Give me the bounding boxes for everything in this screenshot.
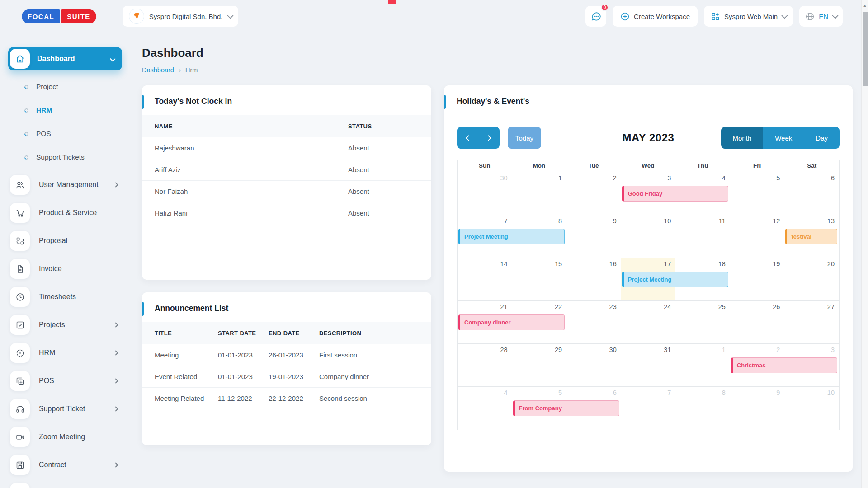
calendar-day-cell[interactable]: 26 — [730, 301, 785, 343]
calendar-day-cell[interactable]: 5 — [730, 172, 785, 215]
sidebar-subitem-hrm[interactable]: HRM — [8, 99, 122, 122]
calendar-day-cell[interactable]: 8 — [675, 387, 730, 430]
calendar-prev-button[interactable] — [457, 127, 478, 149]
calendar-day-cell[interactable]: 19 — [730, 258, 785, 300]
chat-round-icon — [10, 483, 30, 488]
sidebar-item-support-ticket[interactable]: Support Ticket — [8, 395, 122, 423]
announcement-card-header: Announcement List — [142, 292, 431, 322]
chevron-right-icon — [486, 135, 491, 141]
calendar-day-headers: SunMonTueWedThuFriSat — [458, 160, 839, 172]
calendar-today-button[interactable]: Today — [508, 127, 541, 149]
sidebar-item-label: Projects — [39, 321, 65, 329]
calendar-week-row: 28293031123Christmas — [458, 344, 839, 387]
calendar-event[interactable]: Christmas — [731, 357, 837, 373]
users-icon — [10, 175, 30, 195]
calendar-day-cell[interactable]: 16 — [566, 258, 621, 300]
workspace-selector[interactable]: Syspro Digital Sdn. Bhd. — [123, 6, 239, 27]
table-row: Nor FaizahAbsent — [142, 181, 431, 202]
calendar-day-cell[interactable]: 25 — [675, 301, 730, 343]
page-scrollbar[interactable]: ▲ — [861, 0, 868, 488]
day-number: 28 — [500, 346, 507, 353]
sidebar-item-projects[interactable]: Projects — [8, 311, 122, 339]
day-number: 9 — [613, 217, 617, 225]
day-number: 16 — [609, 260, 617, 267]
chevron-down-icon — [110, 56, 116, 62]
chat-button[interactable]: 0 — [585, 6, 606, 27]
calendar-day-cell[interactable]: 11 — [675, 215, 730, 258]
language-selector[interactable]: EN — [799, 6, 843, 27]
calendar-event[interactable]: Company dinner — [458, 314, 565, 330]
sidebar-subitem-pos[interactable]: POS — [8, 122, 122, 145]
calendar-day-cell[interactable]: 30 — [458, 172, 512, 215]
calendar-next-button[interactable] — [478, 127, 500, 149]
calendar-day-cell[interactable]: 10 — [784, 387, 839, 430]
day-number: 25 — [718, 303, 726, 310]
sidebar-item-proposal[interactable]: Proposal — [8, 227, 122, 255]
calendar-day-cell[interactable]: 4 — [458, 387, 512, 430]
calendar-day-cell[interactable]: 31 — [621, 344, 676, 386]
calendar-day-cell[interactable]: 28 — [458, 344, 512, 386]
breadcrumb: Dashboard › Hrm — [142, 66, 853, 74]
day-number: 5 — [558, 389, 562, 396]
calendar-day-cell[interactable]: 23 — [566, 301, 621, 343]
calendar-day-cell[interactable]: 2 — [566, 172, 621, 215]
view-button-week[interactable]: Week — [763, 127, 804, 149]
table-cell: Meeting Related — [142, 388, 214, 409]
calendar-event[interactable]: festival — [785, 229, 837, 244]
day-number: 21 — [500, 303, 507, 310]
sidebar-item-messenger[interactable]: Messenger — [8, 479, 122, 488]
page-title: Dashboard — [142, 46, 853, 60]
sidebar-item-timesheets[interactable]: Timesheets — [8, 283, 122, 311]
calendar-day-cell[interactable]: 9 — [730, 387, 785, 430]
sidebar-item-product-service[interactable]: Product & Service — [8, 199, 122, 227]
scrollbar-thumb[interactable] — [863, 12, 868, 86]
calendar-day-cell[interactable]: 15 — [512, 258, 567, 300]
calendar-view-group: MonthWeekDay — [721, 127, 840, 149]
app-dropdown-label: Syspro Web Main — [724, 13, 778, 20]
calendar-day-cell[interactable]: 1 — [675, 344, 730, 386]
sidebar-subitem-support-tickets[interactable]: Support Tickets — [8, 145, 122, 169]
sidebar-item-zoom-meeting[interactable]: Zoom Meeting — [8, 423, 122, 451]
calendar-day-cell[interactable]: 20 — [784, 258, 839, 300]
language-label: EN — [819, 13, 828, 20]
calendar-event[interactable]: Project Meeting — [622, 272, 728, 287]
calendar-day-cell[interactable]: 30 — [566, 344, 621, 386]
sidebar-item-pos[interactable]: POS — [8, 367, 122, 395]
calendar-day-cell[interactable]: 6 — [784, 172, 839, 215]
grid-plus-icon — [711, 12, 720, 21]
sidebar-item-contract[interactable]: Contract — [8, 451, 122, 479]
table-cell: Hafizi Rani — [142, 202, 344, 224]
breadcrumb-dashboard-link[interactable]: Dashboard — [142, 66, 174, 74]
floppy-icon — [10, 455, 30, 475]
view-button-day[interactable]: Day — [804, 127, 840, 149]
view-button-month[interactable]: Month — [721, 127, 764, 149]
announcement-card: Announcement List TITLESTART DATEEND DAT… — [142, 292, 431, 445]
calendar-event[interactable]: Project Meeting — [458, 229, 565, 244]
scrollbar-up-arrow-icon[interactable]: ▲ — [862, 0, 868, 8]
create-workspace-button[interactable]: Create Workspace — [613, 6, 698, 27]
calendar-day-cell[interactable]: 14 — [458, 258, 512, 300]
day-number: 31 — [664, 346, 671, 353]
calendar-week-row: 45678910From Company — [458, 387, 839, 430]
calendar-day-cell[interactable]: 29 — [512, 344, 567, 386]
calendar-day-cell[interactable]: 27 — [784, 301, 839, 343]
app-dropdown[interactable]: Syspro Web Main — [704, 6, 793, 27]
calendar-day-cell[interactable]: 24 — [621, 301, 676, 343]
calendar-day-cell[interactable]: 1 — [512, 172, 567, 215]
calendar-day-header: Thu — [675, 160, 730, 172]
calendar-event[interactable]: Good Friday — [622, 186, 728, 202]
sidebar-item-dashboard[interactable]: Dashboard — [8, 47, 122, 70]
logo-focal: FOCAL — [22, 9, 60, 23]
sidebar-subitem-project[interactable]: Project — [8, 75, 122, 99]
calendar-event[interactable]: From Company — [513, 400, 619, 416]
sidebar-item-hrm[interactable]: HRM — [8, 339, 122, 367]
calendar-day-cell[interactable]: 9 — [566, 215, 621, 258]
sidebar-item-user-management[interactable]: User Management — [8, 171, 122, 199]
calendar-week-row: 30123456Good Friday — [458, 172, 839, 215]
calendar-day-header: Tue — [566, 160, 621, 172]
calendar-day-cell[interactable]: 7 — [621, 387, 676, 430]
sidebar-item-invoice[interactable]: Invoice — [8, 255, 122, 283]
calendar-day-cell[interactable]: 10 — [621, 215, 676, 258]
day-number: 17 — [664, 260, 671, 267]
calendar-day-cell[interactable]: 12 — [730, 215, 785, 258]
